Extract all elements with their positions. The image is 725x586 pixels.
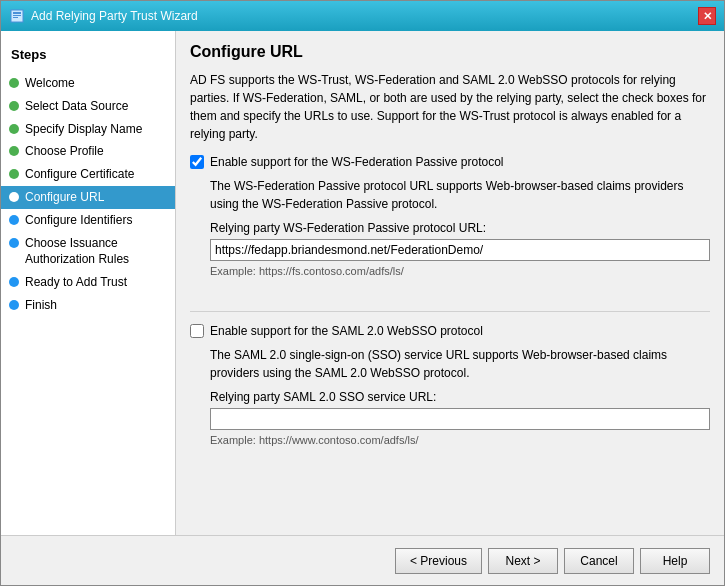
dot-choose-profile	[9, 146, 19, 156]
saml-checkbox[interactable]	[190, 324, 204, 338]
svg-rect-1	[13, 12, 21, 14]
dot-select-data-source	[9, 101, 19, 111]
svg-rect-2	[13, 15, 21, 16]
sidebar-item-choose-issuance[interactable]: Choose Issuance Authorization Rules	[1, 232, 175, 272]
saml-url-input[interactable]	[210, 408, 710, 430]
saml-protocol-desc: The SAML 2.0 single-sign-on (SSO) servic…	[210, 346, 710, 382]
sidebar: Steps Welcome Select Data Source Specify…	[1, 31, 176, 535]
title-bar-left: Add Relying Party Trust Wizard	[9, 8, 198, 24]
saml-url-label: Relying party SAML 2.0 SSO service URL:	[210, 390, 710, 404]
next-button[interactable]: Next >	[488, 548, 558, 574]
close-button[interactable]: ✕	[698, 7, 716, 25]
dot-choose-issuance	[9, 238, 19, 248]
dot-configure-certificate	[9, 169, 19, 179]
saml-indent: The SAML 2.0 single-sign-on (SSO) servic…	[210, 346, 710, 446]
divider	[190, 311, 710, 312]
page-description: AD FS supports the WS-Trust, WS-Federati…	[190, 71, 710, 143]
sidebar-item-finish[interactable]: Finish	[1, 294, 175, 317]
help-button[interactable]: Help	[640, 548, 710, 574]
main-window: Add Relying Party Trust Wizard ✕ Steps W…	[0, 0, 725, 586]
dot-finish	[9, 300, 19, 310]
dot-specify-display-name	[9, 124, 19, 134]
saml-url-example: Example: https://www.contoso.com/adfs/ls…	[210, 434, 710, 446]
ws-federation-checkbox-label[interactable]: Enable support for the WS-Federation Pas…	[210, 155, 503, 169]
svg-rect-3	[13, 17, 18, 18]
title-bar: Add Relying Party Trust Wizard ✕	[1, 1, 724, 31]
main-panel: Configure URL AD FS supports the WS-Trus…	[176, 31, 724, 535]
sidebar-label-configure-url: Configure URL	[25, 189, 104, 206]
sidebar-label-ready-to-add: Ready to Add Trust	[25, 274, 127, 291]
saml-checkbox-label[interactable]: Enable support for the SAML 2.0 WebSSO p…	[210, 324, 483, 338]
cancel-button[interactable]: Cancel	[564, 548, 634, 574]
sidebar-item-welcome[interactable]: Welcome	[1, 72, 175, 95]
sidebar-label-finish: Finish	[25, 297, 57, 314]
sidebar-item-configure-certificate[interactable]: Configure Certificate	[1, 163, 175, 186]
sidebar-item-specify-display-name[interactable]: Specify Display Name	[1, 118, 175, 141]
sidebar-label-choose-profile: Choose Profile	[25, 143, 104, 160]
sidebar-item-configure-identifiers[interactable]: Configure Identifiers	[1, 209, 175, 232]
ws-federation-checkbox-row: Enable support for the WS-Federation Pas…	[190, 155, 710, 169]
ws-federation-url-input[interactable]	[210, 239, 710, 261]
sidebar-label-choose-issuance: Choose Issuance Authorization Rules	[25, 235, 167, 269]
sidebar-item-choose-profile[interactable]: Choose Profile	[1, 140, 175, 163]
dot-ready-to-add	[9, 277, 19, 287]
ws-federation-checkbox[interactable]	[190, 155, 204, 169]
ws-federation-protocol-desc: The WS-Federation Passive protocol URL s…	[210, 177, 710, 213]
footer: < Previous Next > Cancel Help	[1, 535, 724, 585]
sidebar-title: Steps	[1, 41, 175, 72]
sidebar-label-specify-display-name: Specify Display Name	[25, 121, 142, 138]
sidebar-label-configure-certificate: Configure Certificate	[25, 166, 134, 183]
sidebar-item-select-data-source[interactable]: Select Data Source	[1, 95, 175, 118]
ws-federation-indent: The WS-Federation Passive protocol URL s…	[210, 177, 710, 277]
saml-checkbox-row: Enable support for the SAML 2.0 WebSSO p…	[190, 324, 710, 338]
sidebar-label-configure-identifiers: Configure Identifiers	[25, 212, 132, 229]
previous-button[interactable]: < Previous	[395, 548, 482, 574]
saml-section: Enable support for the SAML 2.0 WebSSO p…	[190, 324, 710, 454]
sidebar-item-ready-to-add[interactable]: Ready to Add Trust	[1, 271, 175, 294]
page-title: Configure URL	[190, 43, 710, 61]
ws-federation-section: Enable support for the WS-Federation Pas…	[190, 155, 710, 285]
title-bar-text: Add Relying Party Trust Wizard	[31, 9, 198, 23]
ws-federation-url-label: Relying party WS-Federation Passive prot…	[210, 221, 710, 235]
content-area: Steps Welcome Select Data Source Specify…	[1, 31, 724, 535]
dot-configure-url	[9, 192, 19, 202]
dot-configure-identifiers	[9, 215, 19, 225]
sidebar-item-configure-url[interactable]: Configure URL	[1, 186, 175, 209]
wizard-icon	[9, 8, 25, 24]
dot-welcome	[9, 78, 19, 88]
sidebar-label-select-data-source: Select Data Source	[25, 98, 128, 115]
sidebar-label-welcome: Welcome	[25, 75, 75, 92]
ws-federation-url-example: Example: https://fs.contoso.com/adfs/ls/	[210, 265, 710, 277]
